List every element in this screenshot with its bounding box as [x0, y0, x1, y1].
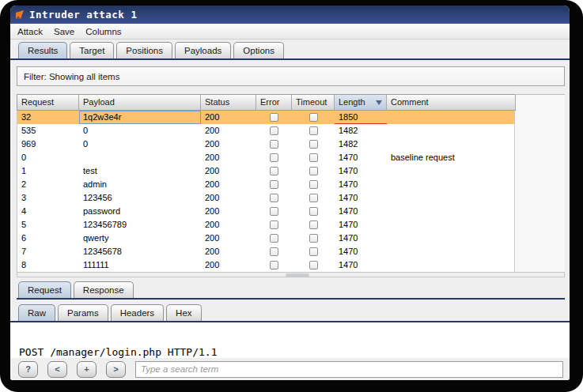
column-header-length[interactable]: Length — [335, 95, 387, 111]
error-checkbox[interactable] — [270, 194, 278, 202]
cell-timeout[interactable] — [292, 138, 335, 151]
column-header-timeout[interactable]: Timeout — [292, 95, 335, 111]
cell-payload[interactable]: 123456 — [79, 191, 201, 205]
tab-target[interactable]: Target — [70, 42, 114, 58]
tab-raw[interactable]: Raw — [18, 304, 55, 321]
cell-request[interactable]: 1 — [17, 164, 79, 178]
error-checkbox[interactable] — [270, 153, 278, 162]
cell-comment[interactable] — [387, 138, 516, 151]
timeout-checkbox[interactable] — [309, 113, 318, 122]
cell-comment[interactable] — [387, 124, 516, 138]
column-header-payload[interactable]: Payload — [79, 95, 201, 111]
cell-error[interactable] — [256, 232, 292, 245]
cell-request[interactable]: 6 — [17, 232, 79, 245]
cell-timeout[interactable] — [292, 258, 335, 272]
cell-timeout[interactable] — [292, 124, 335, 138]
cell-length[interactable]: 1470 — [335, 245, 387, 258]
cell-request[interactable]: 535 — [17, 124, 79, 138]
table-row[interactable]: 535 0 200 1482 — [17, 124, 514, 138]
cell-error[interactable] — [256, 178, 292, 191]
tab-request[interactable]: Request — [18, 281, 71, 298]
cell-error[interactable] — [256, 191, 292, 205]
request-editor[interactable]: POST /manager/login.php HTTP/1.1 Host: 1… — [10, 321, 570, 358]
cell-request[interactable]: 32 — [17, 111, 79, 124]
cell-timeout[interactable] — [292, 111, 335, 124]
cell-comment[interactable] — [387, 178, 516, 191]
error-checkbox[interactable] — [270, 234, 278, 243]
error-checkbox[interactable] — [270, 247, 278, 256]
cell-comment[interactable] — [387, 245, 516, 258]
tab-headers[interactable]: Headers — [111, 304, 164, 321]
titlebar[interactable]: Intruder attack 1 — [10, 6, 570, 24]
tab-results[interactable]: Results — [18, 42, 67, 58]
cell-status[interactable]: 200 — [201, 258, 256, 272]
table-row[interactable]: 1 test 200 1470 — [17, 164, 514, 178]
table-row[interactable]: 8 111111 200 1470 — [17, 258, 514, 272]
cell-payload[interactable]: 111111 — [79, 258, 201, 272]
cell-timeout[interactable] — [292, 178, 335, 191]
cell-request[interactable]: 2 — [17, 178, 79, 191]
cell-timeout[interactable] — [292, 218, 335, 232]
tab-positions[interactable]: Positions — [116, 42, 172, 58]
tab-params[interactable]: Params — [58, 304, 108, 321]
table-row[interactable]: 969 0 200 1482 — [17, 138, 514, 151]
cell-comment[interactable] — [387, 218, 516, 232]
table-row[interactable]: 7 12345678 200 1470 — [17, 245, 514, 258]
cell-error[interactable] — [256, 245, 292, 258]
table-row[interactable]: 4 password 200 1470 — [17, 205, 514, 218]
add-search-term-button[interactable]: + — [77, 361, 97, 378]
cell-status[interactable]: 200 — [201, 178, 256, 191]
tab-hex[interactable]: Hex — [166, 304, 201, 321]
column-header-error[interactable]: Error — [256, 95, 292, 111]
cell-timeout[interactable] — [292, 164, 335, 178]
table-row[interactable]: 6 qwerty 200 1470 — [17, 232, 514, 245]
error-checkbox[interactable] — [270, 113, 278, 122]
cell-status[interactable]: 200 — [201, 151, 256, 164]
cell-payload[interactable]: 1q2w3e4r — [79, 111, 201, 124]
cell-status[interactable]: 200 — [201, 111, 256, 124]
cell-request[interactable]: 7 — [17, 245, 79, 258]
cell-payload[interactable]: 12345678 — [79, 245, 201, 258]
cell-length[interactable]: 1470 — [335, 218, 387, 232]
cell-length[interactable]: 1482 — [335, 138, 387, 151]
timeout-checkbox[interactable] — [309, 247, 318, 256]
column-header-request[interactable]: Request — [17, 95, 79, 111]
cell-payload[interactable] — [79, 151, 201, 164]
cell-comment[interactable] — [387, 232, 516, 245]
error-checkbox[interactable] — [270, 220, 278, 229]
cell-timeout[interactable] — [292, 151, 335, 164]
cell-status[interactable]: 200 — [201, 205, 256, 218]
cell-status[interactable]: 200 — [201, 245, 256, 258]
cell-timeout[interactable] — [292, 232, 335, 245]
table-row[interactable]: 32 1q2w3e4r 200 1850 — [17, 111, 514, 124]
cell-status[interactable]: 200 — [201, 164, 256, 178]
cell-error[interactable] — [256, 205, 292, 218]
cell-error[interactable] — [256, 124, 292, 138]
timeout-checkbox[interactable] — [309, 167, 318, 175]
help-button[interactable]: ? — [18, 361, 38, 378]
error-checkbox[interactable] — [270, 261, 278, 270]
timeout-checkbox[interactable] — [309, 220, 318, 229]
cell-payload[interactable]: test — [79, 164, 201, 178]
table-row[interactable]: 0 200 1470 baseline request — [17, 151, 514, 164]
cell-payload[interactable]: admin — [79, 178, 201, 191]
tab-response[interactable]: Response — [74, 281, 134, 298]
cell-error[interactable] — [256, 164, 292, 178]
cell-comment[interactable] — [387, 164, 516, 178]
table-row[interactable]: 2 admin 200 1470 — [17, 178, 514, 191]
column-header-status[interactable]: Status — [201, 95, 256, 111]
table-row[interactable]: 3 123456 200 1470 — [17, 191, 514, 205]
next-match-button[interactable]: > — [106, 361, 126, 378]
horizontal-scrollbar[interactable] — [17, 272, 565, 277]
cell-timeout[interactable] — [292, 205, 335, 218]
cell-payload[interactable]: 123456789 — [79, 218, 201, 232]
cell-payload[interactable]: password — [79, 205, 201, 218]
cell-status[interactable]: 200 — [201, 124, 256, 138]
error-checkbox[interactable] — [270, 140, 278, 149]
cell-request[interactable]: 969 — [17, 138, 79, 151]
cell-length[interactable]: 1470 — [335, 205, 387, 218]
cell-request[interactable]: 0 — [17, 151, 79, 164]
timeout-checkbox[interactable] — [309, 261, 318, 270]
cell-status[interactable]: 200 — [201, 138, 256, 151]
menu-item-attack[interactable]: Attack — [17, 27, 43, 36]
